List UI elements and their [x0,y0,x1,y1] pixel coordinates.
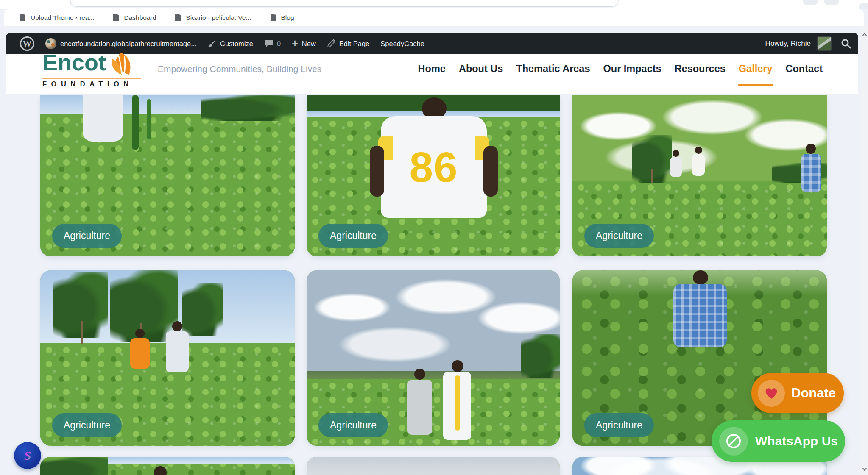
page-icon [175,14,181,22]
chat-widget-button[interactable]: S [14,442,41,469]
category-badge[interactable]: Agriculture [318,224,388,248]
wp-admin-bar: W encotfoundation.globalpathrecruitmenta… [6,33,858,54]
bookmark-dashboard[interactable]: Dashboard [113,14,156,22]
gallery-card[interactable] [307,457,560,475]
pencil-icon [327,39,335,48]
site-header: Encot FOUNDATION Empowering Communities,… [6,54,858,94]
chevron-down-icon[interactable] [862,466,867,471]
admin-bar-right: Howdy, Richie [765,36,851,51]
nav-thematic-areas[interactable]: Thematic Areas [516,63,590,75]
search-icon[interactable] [840,38,851,49]
bookmark-label: Upload Theme ‹ rea... [31,14,94,22]
gallery-card[interactable]: Agriculture [572,270,827,446]
address-bar-bottom[interactable] [70,0,619,7]
nav-our-impacts[interactable]: Our Impacts [603,63,661,75]
tree [40,457,108,475]
svg-text:S: S [24,448,31,462]
page-icon [113,14,119,22]
bookmark-sicario[interactable]: Sicario - película: Ve... [175,14,251,22]
logo-title: Encot [42,53,106,73]
page-icon [270,14,276,22]
window-edge [859,3,868,9]
logo-subtitle: FOUNDATION [42,80,147,88]
site-logo[interactable]: Encot FOUNDATION [42,54,147,92]
bookmarks-bar: Upload Theme ‹ rea... Dashboard Sicario … [4,9,864,26]
main-navigation: Home About Us Thematic Areas Our Impacts… [418,63,823,75]
speedycache-menu[interactable]: SpeedyCache [375,33,430,54]
comment-bubble-icon [264,40,273,48]
tall-trees [182,283,223,336]
leaf-icon [109,52,132,76]
category-badge[interactable]: Agriculture [584,224,654,248]
tall-trees [110,270,178,342]
gallery-card[interactable] [40,457,295,475]
nav-resources[interactable]: Resources [675,63,726,75]
whatsapp-icon [719,427,748,456]
site-name: encotfoundation.globalpathrecruitmentage… [60,40,197,48]
category-badge[interactable]: Agriculture [52,413,122,437]
wp-logo-menu[interactable]: W [14,33,40,54]
vertical-scrollbar[interactable] [861,26,868,475]
tree-line [201,95,295,121]
donate-label: Donate [791,386,836,401]
gallery-card[interactable]: 86 Agriculture [307,95,560,256]
bookmark-blog[interactable]: Blog [270,14,294,22]
bookmark-label: Blog [281,14,294,22]
gallery-card[interactable]: Agriculture [572,95,827,256]
tree [521,334,560,378]
nav-home[interactable]: Home [418,63,446,75]
heart-icon [758,380,785,407]
extension-icon[interactable] [803,0,818,5]
whatsapp-button[interactable]: WhatsApp Us [712,420,845,462]
whatsapp-label: WhatsApp Us [755,434,838,448]
tree-trunk [651,169,653,183]
hazy-sky [307,457,560,475]
tree-trunk [81,321,83,344]
customize-menu[interactable]: Customize [202,33,259,54]
extension-icon[interactable] [824,0,839,5]
category-badge[interactable]: Agriculture [584,413,654,437]
gallery-card[interactable]: Agriculture [307,270,560,446]
page-icon [20,14,26,22]
howdy-label[interactable]: Howdy, Richie [765,39,811,48]
donate-button[interactable]: Donate [751,373,844,413]
jersey-number: 86 [409,143,458,192]
gallery-card[interactable]: Agriculture [40,95,295,256]
customize-label: Customize [220,40,253,48]
category-badge[interactable]: Agriculture [318,413,388,437]
bookmark-label: Sicario - película: Ve... [186,14,251,22]
bookmark-upload-theme[interactable]: Upload Theme ‹ rea... [20,14,94,22]
new-label: New [302,40,316,48]
wordpress-logo-icon: W [20,36,34,51]
person-jersey-86: 86 [381,95,487,222]
user-avatar[interactable] [817,36,832,51]
nav-about-us[interactable]: About Us [459,63,503,75]
new-content-menu[interactable]: + New [286,33,321,54]
browser-chrome [0,0,868,9]
sky [108,457,295,464]
bookmark-label: Dashboard [124,14,156,22]
brush-icon [208,39,216,48]
nav-contact[interactable]: Contact [786,63,823,75]
edit-page-label: Edit Page [339,40,370,48]
browser-window: Upload Theme ‹ rea... Dashboard Sicario … [0,0,868,475]
category-badge[interactable]: Agriculture [52,224,122,248]
nav-gallery[interactable]: Gallery [739,63,773,75]
comments-menu[interactable]: 0 [259,33,286,54]
comments-count: 0 [277,40,281,48]
maize-stalk [147,99,151,139]
maize-stalk [132,95,139,150]
gallery-card[interactable]: Agriculture [40,270,295,446]
logo-divider [42,78,141,79]
speedycache-label: SpeedyCache [380,40,424,48]
edit-page-menu[interactable]: Edit Page [321,33,375,54]
person [83,95,123,142]
site-favicon-icon [45,38,56,49]
site-tagline: Empowering Communities, Building Lives [158,64,321,74]
s-logo-icon: S [19,447,36,464]
chevron-up-icon[interactable] [862,31,867,36]
